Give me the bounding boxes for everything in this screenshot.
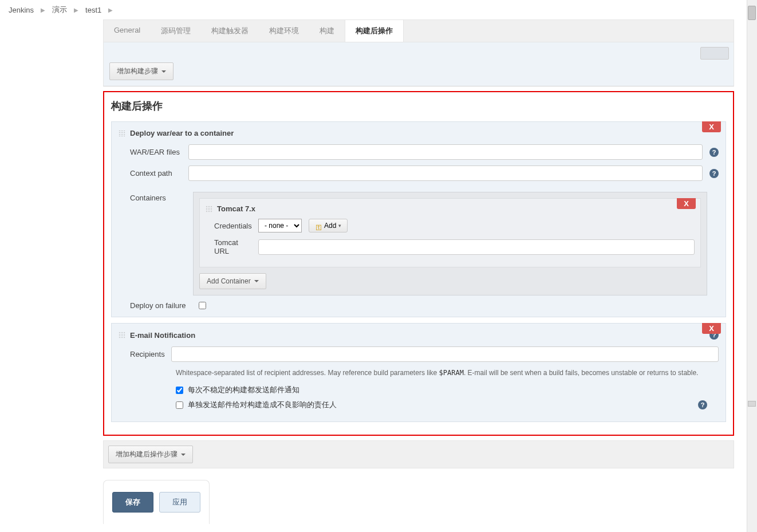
caret-down-icon	[181, 454, 186, 456]
help-icon[interactable]: ?	[698, 400, 707, 409]
caret-down-icon: ▾	[338, 223, 341, 228]
container-title: Tomcat 7.x	[217, 204, 255, 213]
help-icon[interactable]: ?	[709, 169, 719, 178]
unstable-notify-checkbox[interactable]	[176, 387, 183, 394]
outer-scrollbar-thumb[interactable]	[748, 6, 756, 20]
tab-build-env[interactable]: 构建环境	[259, 20, 309, 42]
caret-down-icon	[161, 70, 166, 73]
help-icon[interactable]: ?	[709, 148, 719, 157]
credentials-label: Credentials	[206, 222, 251, 230]
breadcrumb: Jenkins ▶ 演示 ▶ test1 ▶	[0, 0, 746, 19]
war-ear-label: WAR/EAR files	[119, 148, 182, 156]
tomcat-url-label: Tomcat URL	[206, 238, 251, 255]
tomcat-container-block: X Tomcat 7.x Credentials - none -	[199, 198, 701, 267]
build-section-footer: 增加构建步骤	[103, 42, 734, 86]
add-post-build-step-button[interactable]: 增加构建后操作步骤	[108, 446, 193, 463]
recipients-help-text: Whitespace-separated list of recipient a…	[176, 368, 707, 378]
scrollbar-marker	[748, 401, 756, 407]
drag-handle-icon[interactable]	[119, 332, 125, 338]
add-post-build-step-label: 增加构建后操作步骤	[116, 450, 178, 459]
individual-notify-checkbox[interactable]	[176, 401, 183, 409]
unstable-notify-label: 每次不稳定的构建都发送邮件通知	[188, 385, 299, 395]
post-build-highlight: 构建后操作 X Deploy war/ear to a container WA…	[103, 91, 734, 436]
collapsed-button[interactable]	[700, 47, 729, 60]
tab-scm[interactable]: 源码管理	[151, 20, 201, 42]
bottom-action-bar: 保存 应用	[103, 480, 210, 524]
save-button[interactable]: 保存	[112, 492, 153, 513]
tab-build-triggers[interactable]: 构建触发器	[201, 20, 259, 42]
chevron-right-icon: ▶	[74, 7, 78, 13]
breadcrumb-item-test1[interactable]: test1	[85, 6, 101, 14]
credentials-select[interactable]: - none -	[258, 219, 302, 232]
recipients-input[interactable]	[171, 346, 719, 362]
context-path-label: Context path	[119, 169, 182, 178]
tab-general[interactable]: General	[104, 20, 151, 42]
recipients-label: Recipients	[119, 350, 164, 358]
post-build-section-title: 构建后操作	[111, 99, 726, 113]
deploy-on-failure-label: Deploy on failure	[130, 301, 193, 310]
breadcrumb-item-demo[interactable]: 演示	[52, 5, 67, 15]
context-path-input[interactable]	[188, 165, 703, 181]
deploy-block-title: Deploy war/ear to a container	[130, 129, 234, 137]
outer-scrollbar[interactable]	[747, 0, 757, 532]
add-container-label: Add Container	[207, 277, 251, 285]
tab-build[interactable]: 构建	[309, 20, 345, 42]
chevron-right-icon: ▶	[108, 7, 113, 13]
containers-nested-block: X Tomcat 7.x Credentials - none -	[193, 192, 707, 295]
add-container-button[interactable]: Add Container	[199, 273, 266, 289]
deploy-publisher-block: X Deploy war/ear to a container WAR/EAR …	[111, 121, 726, 317]
delete-container-button[interactable]: X	[677, 198, 696, 209]
tomcat-url-input[interactable]	[258, 239, 695, 255]
chevron-right-icon: ▶	[41, 7, 45, 13]
drag-handle-icon[interactable]	[119, 130, 125, 137]
delete-email-button[interactable]: X	[702, 323, 721, 334]
key-icon	[315, 223, 322, 228]
caret-down-icon	[254, 280, 259, 282]
config-tabs: General 源码管理 构建触发器 构建环境 构建 构建后操作	[103, 19, 734, 42]
apply-button[interactable]: 应用	[159, 492, 200, 513]
breadcrumb-item-jenkins[interactable]: Jenkins	[9, 6, 34, 14]
war-ear-input[interactable]	[188, 144, 703, 160]
add-build-step-button[interactable]: 增加构建步骤	[109, 62, 174, 80]
individual-notify-label: 单独发送邮件给对构建造成不良影响的责任人	[188, 400, 337, 410]
add-credentials-label: Add	[324, 222, 336, 230]
add-credentials-button[interactable]: Add ▾	[309, 219, 348, 232]
deploy-on-failure-checkbox[interactable]	[199, 302, 206, 309]
delete-deploy-button[interactable]: X	[702, 121, 721, 132]
containers-label: Containers	[119, 194, 182, 202]
email-block-title: E-mail Notification	[130, 331, 195, 340]
drag-handle-icon[interactable]	[206, 206, 212, 212]
tab-post-build[interactable]: 构建后操作	[345, 20, 404, 42]
email-publisher-block: X E-mail Notification ? Recipients White…	[111, 323, 726, 422]
add-build-step-label: 增加构建步骤	[117, 66, 158, 76]
